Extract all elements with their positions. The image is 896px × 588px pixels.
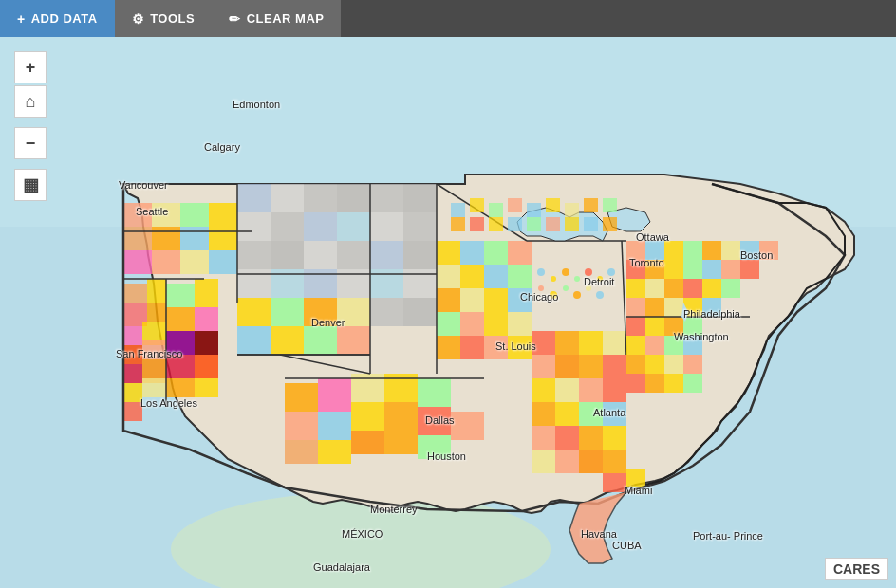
svg-rect-116 [532,378,555,402]
svg-rect-199 [664,336,683,355]
svg-point-216 [538,285,544,291]
svg-rect-132 [603,473,626,492]
svg-rect-84 [318,440,351,464]
svg-rect-77 [285,412,318,440]
svg-point-211 [562,268,569,276]
zoom-out-button[interactable]: − [14,127,47,159]
svg-rect-107 [508,336,532,359]
svg-rect-163 [683,317,702,336]
svg-rect-39 [271,184,304,212]
svg-rect-28 [180,203,209,227]
svg-rect-185 [565,203,579,217]
svg-rect-154 [721,279,740,298]
svg-rect-204 [683,355,702,374]
svg-point-221 [596,291,604,299]
svg-rect-92 [437,265,460,288]
svg-rect-45 [337,212,370,241]
svg-rect-194 [565,217,579,231]
svg-rect-122 [579,402,603,426]
svg-rect-106 [484,336,508,359]
toolbar: + Add Data ⚙ Tools ✏ Clear Map [0,0,896,37]
svg-rect-30 [123,227,152,250]
svg-rect-82 [451,412,484,440]
svg-rect-131 [603,450,626,473]
svg-rect-137 [683,241,702,260]
svg-rect-127 [603,426,626,450]
svg-rect-188 [451,217,465,231]
svg-rect-111 [603,331,626,355]
svg-rect-19 [195,307,218,331]
svg-rect-129 [555,450,579,473]
svg-rect-195 [584,217,598,231]
svg-rect-157 [664,298,683,317]
map-controls: + ⌂ − ▦ [14,51,47,201]
svg-rect-140 [740,241,759,260]
home-button[interactable]: ⌂ [14,85,47,118]
svg-rect-135 [645,241,664,260]
svg-rect-21 [195,331,218,355]
layers-button[interactable]: ▦ [14,169,47,201]
svg-rect-80 [384,402,418,431]
svg-rect-26 [123,203,152,227]
svg-rect-31 [152,227,180,250]
svg-rect-62 [370,298,403,326]
svg-rect-139 [721,241,740,260]
svg-point-217 [550,291,557,299]
svg-rect-18 [166,307,195,331]
zoom-in-button[interactable]: + [14,51,47,83]
tools-button[interactable]: ⚙ Tools [115,0,213,37]
svg-rect-190 [489,217,503,231]
svg-rect-179 [451,203,465,217]
svg-rect-14 [142,378,166,397]
svg-rect-29 [209,203,237,227]
clear-map-button[interactable]: ✏ Clear Map [212,0,341,37]
svg-rect-83 [285,440,318,464]
svg-rect-108 [532,331,555,355]
svg-rect-133 [626,469,645,487]
svg-rect-115 [603,355,626,378]
svg-rect-98 [484,288,508,312]
svg-rect-202 [645,355,664,374]
svg-rect-4 [147,279,166,303]
svg-rect-95 [508,265,532,288]
svg-rect-123 [603,402,626,426]
svg-rect-146 [702,260,721,279]
svg-rect-96 [437,288,460,312]
svg-rect-200 [683,336,702,355]
svg-rect-101 [460,312,484,336]
svg-rect-85 [351,431,384,454]
tools-label: Tools [150,11,195,26]
svg-rect-149 [626,279,645,298]
svg-rect-25 [195,378,218,397]
svg-rect-184 [546,198,560,212]
svg-rect-67 [337,298,370,326]
plus-icon: + [17,11,26,27]
svg-rect-37 [209,250,237,274]
svg-rect-192 [527,217,541,231]
map-container[interactable]: + ⌂ − ▦ EdmontonCalgaryVancouverSeattleS… [0,37,896,588]
svg-point-215 [607,268,615,276]
svg-rect-117 [555,378,579,402]
svg-rect-160 [626,317,645,336]
add-data-button[interactable]: + Add Data [0,0,115,37]
svg-rect-7 [123,326,142,345]
svg-rect-162 [664,317,683,336]
svg-rect-35 [152,250,180,274]
svg-rect-203 [664,355,683,374]
svg-rect-93 [460,265,484,288]
svg-rect-141 [759,241,778,260]
svg-rect-88 [437,241,460,265]
svg-rect-36 [180,250,209,274]
svg-rect-196 [603,217,617,231]
svg-rect-206 [645,374,664,393]
svg-rect-153 [702,279,721,298]
svg-rect-27 [152,203,180,227]
svg-rect-148 [740,260,759,279]
svg-rect-69 [271,326,304,355]
svg-rect-49 [337,241,370,269]
svg-rect-161 [645,317,664,336]
svg-rect-59 [403,241,437,269]
svg-rect-42 [237,212,271,241]
svg-rect-22 [166,355,195,378]
svg-rect-198 [645,336,664,355]
